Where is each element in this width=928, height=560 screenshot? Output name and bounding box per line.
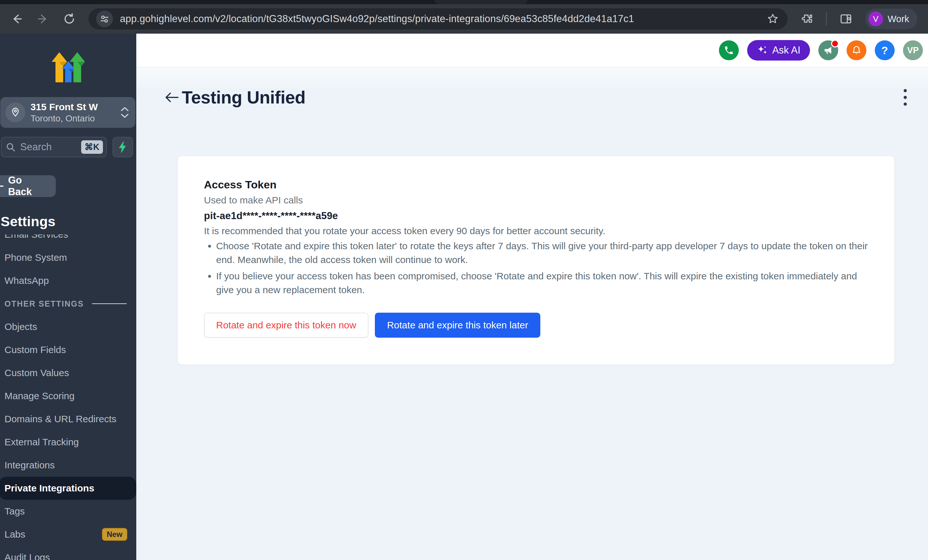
section-label: OTHER SETTINGS	[5, 299, 84, 309]
question-mark-icon: ?	[882, 44, 888, 57]
phone-button[interactable]	[719, 40, 739, 60]
help-button[interactable]: ?	[875, 40, 894, 60]
sidebar-item-audit-logs[interactable]: Audit Logs	[0, 546, 136, 560]
sidebar-item-labs[interactable]: LabsNew	[0, 523, 136, 546]
ask-ai-button[interactable]: Ask AI	[747, 40, 810, 61]
profile-label: Work	[888, 14, 909, 24]
browser-tab-strip	[0, 0, 928, 4]
active-tab-edge	[435, 0, 528, 4]
toolbar-divider	[826, 12, 827, 26]
go-back-button[interactable]: Go Back	[0, 175, 56, 197]
nav-section-other-settings: OTHER SETTINGS	[0, 292, 136, 315]
ask-ai-label: Ask AI	[772, 44, 800, 56]
phone-icon	[724, 45, 734, 55]
rotate-now-button[interactable]: Rotate and expire this token now	[204, 313, 368, 338]
sidebar-item-phone-system[interactable]: Phone System	[0, 246, 136, 269]
search-placeholder: Search	[20, 141, 76, 153]
sparkles-icon	[757, 45, 768, 56]
sidebar-item-label: Audit Logs	[5, 552, 50, 560]
search-icon	[5, 142, 16, 152]
browser-back-icon[interactable]	[10, 12, 24, 26]
sidebar-item-custom-values[interactable]: Custom Values	[0, 361, 136, 385]
chevron-up-icon	[121, 107, 129, 111]
sidebar-item-label: Labs	[5, 529, 25, 540]
sidebar-item-label: Email Services	[5, 234, 68, 240]
address-bar[interactable]: app.gohighlevel.com/v2/location/tG38xt5t…	[89, 8, 788, 29]
new-badge: New	[102, 528, 127, 541]
browser-reload-icon[interactable]	[62, 12, 76, 26]
site-settings-icon[interactable]	[96, 11, 113, 27]
token-rotation-notes: Choose 'Rotate and expire this token lat…	[204, 239, 868, 297]
rotate-later-button[interactable]: Rotate and expire this token later	[375, 313, 540, 338]
sidebar-item-label: Tags	[5, 506, 25, 517]
browser-forward-icon[interactable]	[36, 12, 50, 26]
content-area: Testing Unified Access Token Used to mak…	[136, 67, 928, 560]
location-switcher[interactable]: 315 Front St W Toronto, Ontario	[0, 97, 135, 128]
sidebar-item-label: WhatsApp	[5, 275, 49, 286]
sidebar-item-label: Manage Scoring	[5, 391, 75, 402]
sidebar-item-objects[interactable]: Objects	[0, 315, 136, 338]
chevron-down-icon	[121, 113, 129, 118]
notifications-button[interactable]	[847, 40, 867, 60]
sidebar-item-label: Integrations	[5, 460, 55, 470]
access-token-value: pit-ae1d****-****-****-****a59e	[204, 210, 868, 222]
settings-nav: Email ServicesPhone SystemWhatsAppOTHER …	[0, 234, 136, 560]
search-input[interactable]: Search ⌘K	[1, 137, 107, 157]
sidebar-item-email-services[interactable]: Email Services	[0, 234, 136, 246]
top-header: Ask AI ? VP	[136, 33, 928, 67]
section-divider	[92, 303, 127, 304]
go-back-label: Go Back	[8, 175, 47, 198]
sidebar-item-label: Custom Fields	[5, 344, 66, 355]
user-avatar[interactable]: VP	[903, 40, 923, 60]
command-k-shortcut: ⌘K	[81, 140, 103, 154]
browser-profile-chip[interactable]: V Work	[865, 9, 917, 29]
note-rotate-later: Choose 'Rotate and expire this token lat…	[216, 239, 868, 266]
quick-actions-button[interactable]	[113, 137, 133, 157]
main-area: Ask AI ? VP Testing Unified Access Token…	[136, 33, 928, 560]
app-shell: 315 Front St W Toronto, Ontario Search ⌘…	[0, 33, 928, 560]
bell-icon	[852, 45, 862, 55]
notification-dot	[831, 40, 839, 47]
sidebar-item-custom-fields[interactable]: Custom Fields	[0, 338, 136, 361]
card-subheading: Used to make API calls	[204, 195, 868, 206]
sidebar-item-label: External Tracking	[5, 437, 79, 447]
back-arrow-icon	[0, 182, 3, 190]
sidebar-item-label: Objects	[5, 321, 37, 332]
sidebar-item-label: Domains & URL Redirects	[5, 414, 116, 425]
card-heading: Access Token	[204, 178, 868, 191]
location-city: Toronto, Ontario	[31, 113, 98, 124]
rotation-recommendation: It is recommended that you rotate your a…	[204, 225, 868, 236]
sidebar-item-label: Phone System	[5, 252, 67, 263]
sidebar-item-tags[interactable]: Tags	[0, 500, 136, 523]
lightning-icon	[118, 141, 128, 153]
sidebar-item-manage-scoring[interactable]: Manage Scoring	[0, 385, 136, 408]
note-rotate-now: If you believe your access token has bee…	[216, 269, 868, 297]
sidebar-item-whatsapp[interactable]: WhatsApp	[0, 269, 136, 292]
location-chevrons	[121, 107, 130, 118]
browser-toolbar: app.gohighlevel.com/v2/location/tG38xt5t…	[0, 4, 928, 33]
settings-sidebar: 315 Front St W Toronto, Ontario Search ⌘…	[0, 33, 136, 560]
settings-heading: Settings	[1, 214, 136, 230]
gohighlevel-logo	[0, 49, 136, 85]
extensions-icon[interactable]	[800, 12, 814, 26]
url-text[interactable]: app.gohighlevel.com/v2/location/tG38xt5t…	[120, 13, 759, 25]
page-menu-icon[interactable]	[901, 87, 910, 108]
sidebar-item-private-integrations[interactable]: Private Integrations	[0, 477, 136, 500]
page-title: Testing Unified	[182, 87, 305, 108]
sidebar-item-external-tracking[interactable]: External Tracking	[0, 431, 136, 453]
access-token-card: Access Token Used to make API calls pit-…	[177, 156, 894, 365]
page-back-icon[interactable]	[164, 91, 179, 104]
side-panel-icon[interactable]	[839, 12, 853, 26]
profile-avatar: V	[868, 12, 883, 26]
bookmark-star-icon[interactable]	[766, 12, 780, 26]
location-pin-icon	[5, 102, 25, 122]
location-name: 315 Front St W	[31, 101, 98, 113]
sidebar-item-label: Custom Values	[5, 367, 69, 378]
browser-chrome: app.gohighlevel.com/v2/location/tG38xt5t…	[0, 0, 928, 33]
megaphone-icon	[823, 45, 833, 55]
sidebar-item-label: Private Integrations	[5, 483, 94, 494]
sidebar-item-domains-url-redirects[interactable]: Domains & URL Redirects	[0, 408, 136, 431]
announcements-button[interactable]	[818, 40, 838, 60]
sidebar-item-integrations[interactable]: Integrations	[0, 453, 136, 477]
